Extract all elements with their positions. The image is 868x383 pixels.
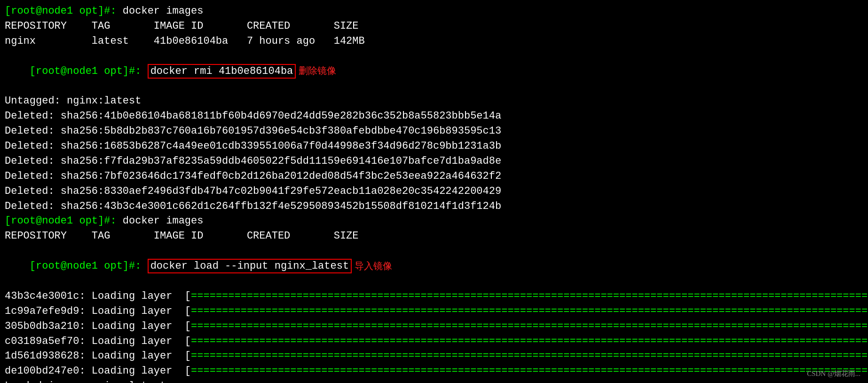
line-22: Loaded image: nginx:latest: [5, 379, 863, 383]
line-19: c03189a5ef70: Loading layer [===========…: [5, 334, 863, 349]
line-5: Untagged: nginx:latest: [5, 94, 863, 109]
line-11: Deleted: sha256:8330aef2496d3fdb47b47c02…: [5, 184, 863, 199]
line-4: [root@node1 opt]#: docker rmi 41b0e86104…: [5, 49, 863, 94]
line-12: Deleted: sha256:43b3c4e3001c662d1c264ffb…: [5, 199, 863, 214]
line-2: REPOSITORY TAG IMAGE ID CREATED SIZE: [5, 19, 863, 34]
line-7: Deleted: sha256:5b8db2b837c760a16b760195…: [5, 124, 863, 139]
line-15: [root@node1 opt]#: docker load --input n…: [5, 244, 863, 289]
load-command: docker load --input nginx_latest: [148, 259, 352, 273]
line-20: 1d561d938628: Loading layer [===========…: [5, 349, 863, 364]
delete-annotation: 删除镜像: [299, 65, 336, 76]
rmi-command: docker rmi 41b0e86104ba: [148, 64, 296, 79]
line-3: nginx latest 41b0e86104ba 7 hours ago 14…: [5, 34, 863, 49]
line-1: [root@node1 opt]#: docker images: [5, 4, 863, 19]
line-14: REPOSITORY TAG IMAGE ID CREATED SIZE: [5, 229, 863, 244]
line-10: Deleted: sha256:7bf023646dc1734fedf0cb2d…: [5, 169, 863, 184]
terminal: [root@node1 opt]#: docker images REPOSIT…: [0, 0, 868, 383]
line-13: [root@node1 opt]#: docker images: [5, 214, 863, 229]
line-9: Deleted: sha256:f7fda29b37af8235a59ddb46…: [5, 154, 863, 169]
line-18: 305b0db3a210: Loading layer [===========…: [5, 319, 863, 334]
line-21: de100bd247e0: Loading layer [===========…: [5, 364, 863, 379]
line-17: 1c99a7efe9d9: Loading layer [===========…: [5, 304, 863, 319]
line-6: Deleted: sha256:41b0e86104ba681811bf60b4…: [5, 109, 863, 124]
import-annotation: 导入镜像: [355, 261, 392, 271]
line-8: Deleted: sha256:16853b6287c4a49ee01cdb33…: [5, 139, 863, 154]
line-16: 43b3c4e3001c: Loading layer [===========…: [5, 289, 863, 304]
watermark: CSDN @烟花雨...: [807, 369, 860, 379]
